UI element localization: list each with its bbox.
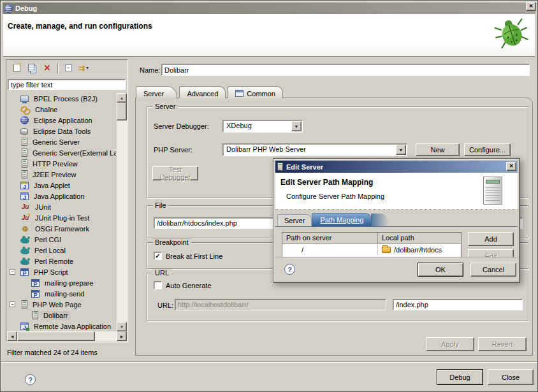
dialog-titlebar[interactable]: Edit Server bbox=[275, 161, 518, 173]
table-row[interactable]: / /dolibarr/htdocs bbox=[282, 244, 461, 255]
tree-horizontal-scrollbar[interactable]: ◀ ▶ bbox=[7, 331, 127, 341]
dialog-header: Edit Server Path Mapping Configure Serve… bbox=[275, 173, 518, 210]
horizontal-scroll-thumb[interactable] bbox=[17, 331, 95, 341]
test-debugger-button[interactable]: Test Debugger bbox=[152, 166, 198, 180]
help-icon[interactable]: ? bbox=[25, 374, 36, 385]
tree-vertical-scrollbar[interactable]: ▲ ▼ bbox=[117, 93, 127, 331]
configure-server-button[interactable]: Configure... bbox=[464, 143, 511, 156]
dialog-help-icon[interactable]: ? bbox=[284, 264, 295, 275]
php-script-icon: P bbox=[20, 268, 29, 276]
scroll-right-icon[interactable]: ▶ bbox=[117, 331, 127, 341]
collapse-all-button[interactable]: − bbox=[61, 62, 76, 75]
tree-item-mailing-prepare[interactable]: Pmailing-prepare bbox=[7, 277, 116, 288]
duplicate-configuration-button[interactable] bbox=[24, 62, 40, 75]
tree-item-eclipse-data-tools[interactable]: Eclipse Data Tools bbox=[7, 126, 116, 136]
tree-item-generic-server[interactable]: Generic Server bbox=[7, 136, 116, 147]
debug-configurations-window: Debug ✕ Create, manage, and run configur… bbox=[0, 0, 538, 392]
tree-item-java-application[interactable]: JJava Application bbox=[7, 191, 116, 201]
path-mapping-content: Path on server Local path / /dolibarr/ht… bbox=[275, 226, 518, 261]
name-label: Name: bbox=[140, 66, 160, 74]
filter-status-text: Filter matched 24 of 24 items bbox=[7, 349, 98, 356]
configuration-tree: BPEL Process (B2J) Chaîne Eclipse Applic… bbox=[7, 93, 116, 331]
tab-advanced[interactable]: Advanced bbox=[179, 86, 226, 98]
tree-item-remote-java-application[interactable]: JRemote Java Application bbox=[7, 321, 116, 331]
server-icon bbox=[22, 170, 27, 178]
window-close-button[interactable]: ✕ bbox=[526, 2, 536, 11]
delete-icon: ✕ bbox=[44, 63, 51, 73]
break-first-line-checkbox[interactable]: ✓ bbox=[154, 252, 162, 260]
filter-button[interactable]: ⇉ ▾ bbox=[76, 62, 91, 75]
ok-button[interactable]: OK bbox=[418, 263, 463, 277]
collapse-expander-icon[interactable]: − bbox=[10, 301, 15, 307]
window-titlebar[interactable]: Debug bbox=[3, 3, 535, 14]
name-input[interactable] bbox=[161, 64, 530, 76]
scroll-down-icon[interactable]: ▼ bbox=[117, 322, 127, 331]
tree-item-junit-plugin-test[interactable]: JuJUnit Plug-in Test bbox=[7, 212, 116, 223]
vertical-scroll-thumb[interactable] bbox=[117, 103, 127, 120]
delete-configuration-button[interactable]: ✕ bbox=[40, 62, 55, 75]
junit-plugin-icon: Ju bbox=[20, 214, 30, 222]
bpel-process-icon bbox=[20, 96, 29, 102]
tree-item-junit[interactable]: JuJUnit bbox=[7, 201, 116, 212]
tree-item-java-applet[interactable]: JJava Applet bbox=[7, 180, 116, 191]
table-header-row: Path on server Local path bbox=[282, 233, 461, 244]
dropdown-arrow-icon[interactable]: ▼ bbox=[396, 145, 406, 155]
url-path-input[interactable] bbox=[393, 299, 523, 310]
server-tower-icon bbox=[483, 177, 502, 205]
tree-item-http-preview[interactable]: HTTP Preview bbox=[7, 158, 116, 169]
column-local-path: Local path bbox=[378, 233, 461, 243]
eclipse-sphere-icon bbox=[20, 116, 29, 124]
window-title: Debug bbox=[15, 4, 37, 12]
tree-item-osgi-framework[interactable]: ⊕OSGi Framework bbox=[7, 223, 116, 234]
tree-item-generic-server-external[interactable]: Generic Server(External La bbox=[7, 147, 116, 158]
dialog-close-button[interactable]: ✕ bbox=[506, 162, 516, 171]
debug-beetle-icon bbox=[494, 15, 530, 52]
dialog-title: Edit Server bbox=[286, 163, 323, 171]
tab-common[interactable]: Common bbox=[228, 86, 283, 98]
tree-item-perl-cgi[interactable]: Perl CGI bbox=[7, 234, 116, 245]
dialog-tabs: Server Path Mapping bbox=[273, 210, 518, 226]
scroll-up-icon[interactable]: ▲ bbox=[117, 93, 127, 103]
collapse-expander-icon[interactable]: − bbox=[10, 269, 15, 275]
php-server-combo[interactable]: Dolibarr PHP Web Server ▼ bbox=[222, 143, 407, 156]
tree-item-php-script[interactable]: −PPHP Script bbox=[7, 266, 116, 277]
server-debugger-combo[interactable]: XDebug ▼ bbox=[222, 120, 303, 133]
table-icon bbox=[235, 90, 244, 97]
tree-item-perl-remote[interactable]: Perl Remote bbox=[7, 256, 116, 266]
auto-generate-checkbox[interactable] bbox=[154, 281, 162, 289]
scroll-left-icon[interactable]: ◀ bbox=[7, 331, 17, 341]
filter-dropdown-icon: ▾ bbox=[86, 65, 89, 71]
tree-item-bpel-process[interactable]: BPEL Process (B2J) bbox=[7, 93, 116, 104]
toolbar-separator bbox=[57, 63, 58, 73]
cancel-button[interactable]: Cancel bbox=[470, 263, 516, 277]
break-first-line-label: Break at First Line bbox=[166, 252, 222, 260]
filter-text-input[interactable] bbox=[8, 79, 126, 90]
php-file-icon: P bbox=[31, 290, 40, 298]
new-configuration-button[interactable]: ✦ bbox=[9, 62, 24, 75]
tree-item-mailing-send[interactable]: Pmailing-send bbox=[7, 288, 116, 299]
revert-button[interactable]: Revert bbox=[478, 337, 527, 351]
server-icon bbox=[22, 159, 27, 168]
tree-item-eclipse-application[interactable]: Eclipse Application bbox=[7, 115, 116, 126]
sidebar-toolbar: ✦ ✕ − ⇉ ▾ bbox=[6, 60, 127, 76]
dialog-tab-server[interactable]: Server bbox=[277, 214, 312, 226]
close-button[interactable]: Close bbox=[488, 369, 534, 385]
tree-item-chaine[interactable]: Chaîne bbox=[7, 104, 116, 115]
tree-item-j2ee-preview[interactable]: J2EE Preview bbox=[7, 169, 116, 180]
dropdown-arrow-icon[interactable]: ▼ bbox=[291, 121, 302, 131]
new-server-button[interactable]: New bbox=[416, 143, 460, 156]
php-server-label: PHP Server: bbox=[154, 146, 193, 154]
debug-button[interactable]: Debug bbox=[437, 369, 483, 385]
tree-item-dolibarr[interactable]: Dolibarr bbox=[7, 310, 116, 321]
perl-camel-icon bbox=[20, 238, 29, 243]
add-mapping-button[interactable]: Add bbox=[468, 232, 514, 246]
java-application-icon: J bbox=[20, 192, 29, 200]
tree-item-perl-local[interactable]: Perl Local bbox=[7, 245, 116, 256]
perl-camel-icon bbox=[20, 249, 29, 254]
dialog-tab-path-mapping[interactable]: Path Mapping bbox=[312, 213, 372, 226]
apply-button[interactable]: Apply bbox=[426, 337, 474, 351]
base-url-input[interactable] bbox=[175, 299, 386, 310]
tree-item-php-web-page[interactable]: −PHP Web Page bbox=[7, 299, 116, 310]
tab-server[interactable]: Server bbox=[136, 86, 177, 99]
php-file-icon: P bbox=[31, 279, 40, 287]
